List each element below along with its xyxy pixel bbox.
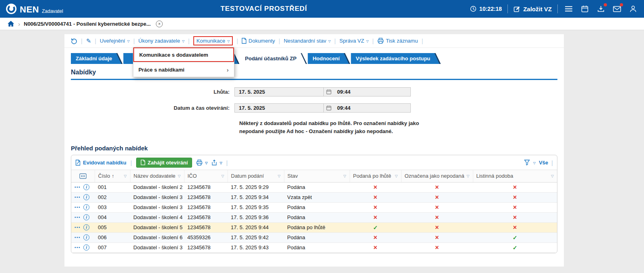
- column-header-nazev[interactable]: Název dodavatele▽: [130, 170, 184, 182]
- filter-caret-icon[interactable]: ▽: [395, 174, 398, 178]
- oteviranie-field[interactable]: 17. 5. 2025 09:44: [234, 103, 411, 113]
- table-row[interactable]: ••• i 007 Dodavatel - školení 3 12345678…: [71, 242, 557, 252]
- row-actions-button[interactable]: •••: [75, 245, 81, 250]
- row-actions-button[interactable]: •••: [75, 195, 81, 199]
- offers-grid: Evidovat nabídku | Zahájit otevírání ▽ ▽…: [71, 155, 557, 253]
- edit-button[interactable]: ✎: [86, 37, 91, 45]
- history-button[interactable]: [71, 38, 77, 44]
- filter-caret-icon[interactable]: ▽: [222, 174, 224, 178]
- cell-oznacena-jako-nepodana: ×: [401, 212, 473, 222]
- create-vz-button[interactable]: Založit VZ: [514, 6, 552, 12]
- column-header-cislo[interactable]: Číslo↑▽: [95, 170, 130, 182]
- cell-stav: Podána: [284, 212, 350, 222]
- divider: |: [130, 159, 132, 166]
- chevron-down-icon: ▽: [182, 39, 184, 43]
- cell-ico: 12345678: [184, 192, 228, 202]
- download-icon[interactable]: [596, 4, 606, 14]
- info-icon[interactable]: i: [83, 184, 89, 190]
- breadcrumb-item[interactable]: N006/25/V00004741 - Posílení kybernetick…: [24, 21, 151, 27]
- calendar-icon[interactable]: [323, 104, 334, 112]
- toolbar-item-sprava-vz[interactable]: Správa VZ▽: [340, 38, 369, 44]
- cell-podana-po-lhute: ×: [350, 232, 401, 242]
- info-icon[interactable]: i: [83, 194, 89, 200]
- print-grid-button[interactable]: ▽: [196, 160, 207, 166]
- info-icon[interactable]: i: [83, 224, 89, 230]
- column-header-datum[interactable]: Datum podání▽: [228, 170, 284, 182]
- column-header-po-lhute[interactable]: Podaná po lhůtě▽: [350, 170, 401, 182]
- filter-caret-icon[interactable]: ▽: [467, 174, 470, 178]
- table-row[interactable]: ••• i 002 Dodavatel - školení 3 12345678…: [71, 192, 557, 202]
- breadcrumb: › N006/25/V00004741 - Posílení kyberneti…: [0, 18, 644, 30]
- close-icon[interactable]: ×: [156, 21, 163, 27]
- filter-caret-icon[interactable]: ▽: [124, 174, 127, 178]
- toolbar-item-komunikace[interactable]: Komunikace▽: [197, 38, 230, 44]
- toolbar-item-ukony-zadavatele[interactable]: Úkony zadavatele▽: [139, 38, 185, 44]
- check-icon: ✓: [513, 234, 518, 241]
- zahajit-oteviranie-button[interactable]: Zahájit otevírání: [136, 158, 193, 168]
- home-icon[interactable]: [7, 21, 14, 27]
- cell-listinna-podoba: ×: [473, 202, 557, 212]
- row-actions-button[interactable]: •••: [75, 215, 81, 220]
- cross-icon: ×: [435, 184, 439, 191]
- cell-stav: Podána: [284, 242, 350, 252]
- row-actions-button[interactable]: •••: [75, 185, 81, 189]
- divider: |: [81, 38, 83, 44]
- calendar-icon[interactable]: [323, 88, 334, 96]
- evidovat-nabidku-button[interactable]: Evidovat nabídku: [75, 160, 126, 166]
- tab-hodnoceni[interactable]: Hodnocení: [308, 53, 350, 64]
- row-actions-button[interactable]: •••: [75, 205, 81, 209]
- table-row[interactable]: ••• i 001 Dodavatel - školení 2 12345678…: [71, 182, 557, 192]
- table-row[interactable]: ••• i 004 Dodavatel - školení 4 12345678…: [71, 212, 557, 222]
- check-icon: ✓: [373, 224, 378, 231]
- cell-nazev-dodavatele: Dodavatel - školení 3: [130, 202, 184, 212]
- cell-stav: Podána: [284, 202, 350, 212]
- submenu-chevron-icon: ›: [227, 66, 229, 73]
- toolbar-item-dokumenty[interactable]: Dokumenty: [242, 38, 275, 44]
- mail-icon[interactable]: [612, 4, 622, 14]
- column-header-listinna[interactable]: Listinná podoba▽: [473, 170, 557, 182]
- cell-ico: 12345678: [184, 202, 228, 212]
- cross-icon: ×: [513, 214, 517, 221]
- menu-item-komunikace-s-dodavatelem[interactable]: Komunikace s dodavatelem: [133, 47, 234, 62]
- toolbar-item-tisk-zaznamu[interactable]: Tisk záznamu: [377, 38, 418, 44]
- row-actions-button[interactable]: •••: [75, 225, 81, 230]
- info-icon[interactable]: i: [83, 234, 89, 240]
- column-chooser-icon[interactable]: [71, 173, 95, 179]
- table-row[interactable]: ••• i 003 Dodavatel - školení 3 12345678…: [71, 202, 557, 212]
- toolbar-item-nestandardni-stav[interactable]: Nestandardní stav▽: [284, 38, 331, 44]
- info-icon[interactable]: i: [83, 204, 89, 210]
- view-filter-dropdown[interactable]: Vše: [539, 160, 548, 166]
- cell-oznacena-jako-nepodana: ×: [401, 232, 473, 242]
- clock: 10:22:18: [470, 6, 502, 12]
- toolbar-item-uverejneni[interactable]: Uveřejnění▽: [100, 38, 130, 44]
- filter-caret-icon[interactable]: ▽: [278, 174, 281, 178]
- table-row[interactable]: ••• i 005 Dodavatel - školení 5 12345678…: [71, 222, 557, 232]
- info-icon[interactable]: i: [83, 214, 89, 220]
- cross-icon: ×: [373, 214, 377, 221]
- record-toolbar: | ✎ | Uveřejnění▽ | Úkony zadavatele▽ | …: [64, 34, 564, 48]
- menu-item-prace-s-nabidkami[interactable]: Práce s nabídkami ›: [133, 62, 234, 77]
- user-icon[interactable]: [628, 4, 638, 14]
- menu-icon[interactable]: [563, 4, 574, 14]
- cell-podana-po-lhute: ×: [350, 192, 401, 202]
- info-icon[interactable]: i: [83, 244, 89, 250]
- filter-caret-icon[interactable]: ▽: [178, 174, 181, 178]
- cell-stav: Vzata zpět: [284, 192, 350, 202]
- filter-icon[interactable]: [524, 160, 530, 165]
- column-header-nepodana[interactable]: Označena jako nepodaná▽: [401, 170, 473, 182]
- tab-zakladni-udaje[interactable]: Základní údaje: [71, 53, 122, 64]
- export-grid-button[interactable]: ▽: [211, 160, 222, 166]
- lhuta-field[interactable]: 17. 5. 2025 09:44: [234, 87, 411, 96]
- document-edit-icon: [75, 160, 81, 166]
- filter-caret-icon[interactable]: ▽: [551, 174, 554, 178]
- cross-icon: ×: [513, 224, 517, 231]
- column-header-stav[interactable]: Stav▽: [284, 170, 350, 182]
- column-header-ico[interactable]: IČO▽: [184, 170, 228, 182]
- table-row[interactable]: ••• i 006 Dodavatel - školení 6 45359326…: [71, 232, 557, 242]
- tab-vysledek-zadavaciho-postupu[interactable]: Výsledek zadávacího postupu: [351, 53, 441, 64]
- calendar-icon[interactable]: [580, 4, 590, 14]
- cross-icon: ×: [373, 234, 377, 241]
- filter-caret-icon[interactable]: ▽: [344, 174, 346, 178]
- tab-podani-ucastniku-zp[interactable]: Podání účastníků ZP: [240, 53, 307, 64]
- row-actions-button[interactable]: •••: [75, 235, 81, 240]
